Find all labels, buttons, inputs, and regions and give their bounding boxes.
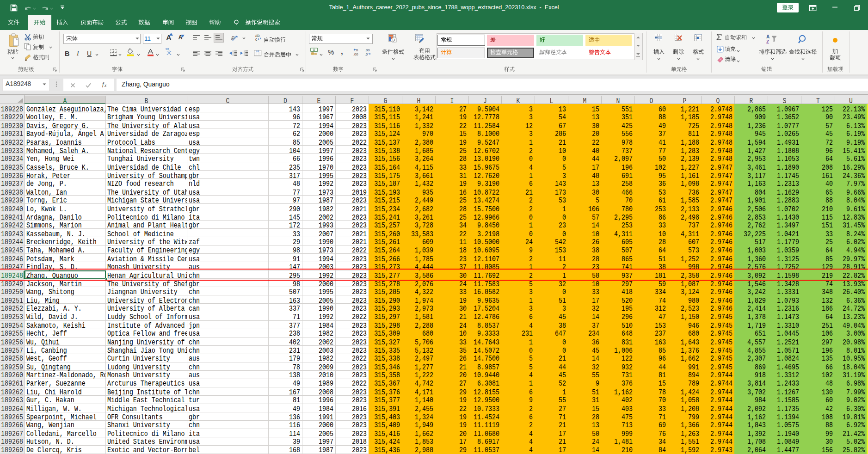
svg-text:.0: .0 [365,52,368,56]
svg-text:x: x [104,83,107,87]
svg-text:A: A [766,34,770,39]
svg-text:Z: Z [766,39,769,44]
svg-text:.00: .00 [353,52,358,56]
